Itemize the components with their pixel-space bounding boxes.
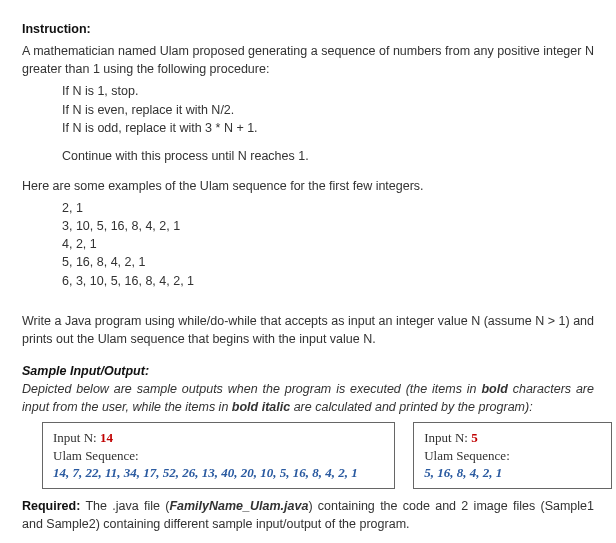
sample-box-2: Input N: 5 Ulam Sequence: 5, 16, 8, 4, 2…	[413, 422, 612, 489]
sample-desc-bold: bold	[481, 382, 507, 396]
sample-boxes: Input N: 14 Ulam Sequence: 14, 7, 22, 11…	[42, 422, 594, 489]
rules-block: If N is 1, stop. If N is even, replace i…	[62, 82, 594, 165]
sample2-input-line: Input N: 5	[424, 429, 601, 447]
example-line: 5, 16, 8, 4, 2, 1	[62, 253, 594, 271]
sample-box-1: Input N: 14 Ulam Sequence: 14, 7, 22, 11…	[42, 422, 395, 489]
input-prompt: Input N:	[53, 430, 100, 445]
sample2-seq-label: Ulam Sequence:	[424, 447, 601, 465]
rule-continue: Continue with this process until N reach…	[62, 147, 594, 165]
sample1-input-line: Input N: 14	[53, 429, 384, 447]
sample-desc-part: Depicted below are sample outputs when t…	[22, 382, 481, 396]
sample-description: Depicted below are sample outputs when t…	[22, 380, 594, 416]
sample-io-heading: Sample Input/Output:	[22, 364, 149, 378]
examples-intro: Here are some examples of the Ulam seque…	[22, 177, 594, 195]
sample1-seq-label: Ulam Sequence:	[53, 447, 384, 465]
example-line: 6, 3, 10, 5, 16, 8, 4, 2, 1	[62, 272, 594, 290]
task-text: Write a Java program using while/do-whil…	[22, 312, 594, 348]
rule-3: If N is odd, replace it with 3 * N + 1.	[62, 119, 594, 137]
required-heading: Required:	[22, 499, 80, 513]
sample-desc-part: are calculated and printed by the progra…	[290, 400, 533, 414]
instruction-label: Instruction:	[22, 20, 594, 38]
sample-io-label: Sample Input/Output:	[22, 362, 594, 380]
example-line: 2, 1	[62, 199, 594, 217]
input-value: 14	[100, 430, 113, 445]
rule-2: If N is even, replace it with N/2.	[62, 101, 594, 119]
example-line: 3, 10, 5, 16, 8, 4, 2, 1	[62, 217, 594, 235]
sample1-sequence: 14, 7, 22, 11, 34, 17, 52, 26, 13, 40, 2…	[53, 464, 384, 482]
instruction-heading: Instruction:	[22, 22, 91, 36]
rule-1: If N is 1, stop.	[62, 82, 594, 100]
sample-desc-bolditalic: bold italic	[232, 400, 290, 414]
sample2-sequence: 5, 16, 8, 4, 2, 1	[424, 464, 601, 482]
input-prompt: Input N:	[424, 430, 471, 445]
examples-block: 2, 1 3, 10, 5, 16, 8, 4, 2, 1 4, 2, 1 5,…	[62, 199, 594, 290]
input-value: 5	[471, 430, 478, 445]
example-line: 4, 2, 1	[62, 235, 594, 253]
required-filename: FamilyName_Ulam.java	[169, 499, 308, 513]
required-text-a: The .java file (	[80, 499, 169, 513]
intro-text: A mathematician named Ulam proposed gene…	[22, 42, 594, 78]
required-line: Required: The .java file (FamilyName_Ula…	[22, 497, 594, 533]
